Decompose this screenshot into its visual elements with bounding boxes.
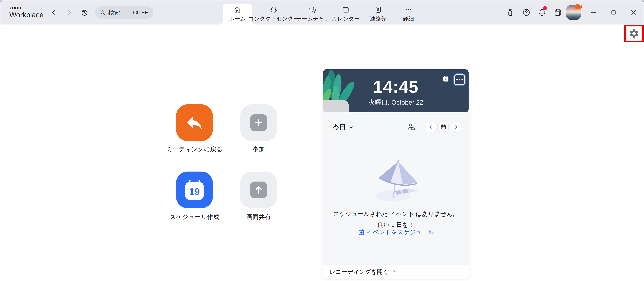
connected-device-button[interactable] (504, 0, 516, 24)
calendar-plus-icon (358, 229, 365, 236)
minimize-icon (591, 10, 596, 15)
schedule-button[interactable]: 19 (176, 172, 213, 208)
close-button[interactable] (625, 0, 642, 24)
events-toolbar: 今日 (323, 122, 468, 132)
settings-button[interactable] (629, 28, 639, 39)
gear-icon (629, 28, 639, 39)
calendar-today-icon (440, 124, 447, 130)
next-day-button[interactable] (451, 122, 461, 132)
tab-calendar-label: カレンダー (332, 15, 360, 22)
titlebar: zoom Workplace 検索 Ctrl+F (0, 0, 644, 24)
tab-team-chat[interactable]: チームチャ... (295, 4, 330, 24)
calendar-19-icon: 19 (184, 180, 204, 200)
search-icon (100, 10, 106, 16)
main-tabs: ホーム コンタクトセンター チームチャ... (223, 4, 422, 24)
search-placeholder: 検索 (108, 8, 120, 16)
empty-events-line1: スケジュールされた イベント はありません。 (323, 210, 468, 218)
events-panel: 14:45 火曜日, October 22 今日 (323, 69, 468, 279)
avatar[interactable] (566, 5, 581, 20)
ellipsis-icon (404, 6, 412, 14)
chevron-left-icon (50, 9, 57, 16)
chevron-right-icon (454, 124, 458, 130)
date-nav-buttons (426, 122, 461, 132)
history-button[interactable] (79, 0, 90, 24)
svg-text:19: 19 (189, 186, 200, 197)
clock-card-more-button[interactable] (454, 74, 465, 85)
schedule-event-link-label: イベントをスケジュール (367, 228, 434, 236)
forward-button[interactable] (64, 0, 75, 24)
tab-contact-center[interactable]: コンタクトセンター (252, 4, 295, 24)
chevron-right-icon (392, 270, 396, 274)
open-recordings-row[interactable]: レコーディングを開く (323, 264, 468, 279)
chevron-down-icon (348, 124, 354, 130)
history-clock-icon (80, 8, 88, 16)
panel-calendar-button[interactable] (552, 0, 564, 24)
dot (459, 79, 460, 80)
dot (456, 79, 458, 80)
back-button[interactable] (48, 0, 59, 24)
clock-card: 14:45 火曜日, October 22 (323, 69, 468, 112)
tab-more[interactable]: 詳細 (395, 4, 422, 24)
calendar-filter-dropdown[interactable] (407, 123, 422, 131)
help-button[interactable] (520, 0, 532, 24)
tab-home[interactable]: ホーム (223, 4, 252, 24)
calendar-icon (342, 6, 350, 14)
date-range-dropdown[interactable]: 今日 (332, 122, 354, 132)
chat-bubbles-icon (308, 6, 316, 14)
help-icon (522, 8, 531, 17)
notifications-button[interactable] (536, 0, 548, 24)
search-input[interactable]: 検索 Ctrl+F (95, 6, 154, 19)
today-calendar-button[interactable] (438, 122, 448, 132)
back-to-meeting-button[interactable] (176, 104, 213, 141)
plus-icon (250, 114, 267, 131)
tab-contact-center-label: コンタクトセンター (248, 15, 299, 22)
share-screen-label: 画面共有 (217, 213, 300, 221)
home-icon (234, 6, 241, 14)
connected-device-icon (506, 8, 515, 17)
tab-more-label: 詳細 (403, 15, 414, 22)
logo-zoom-text: zoom (9, 5, 44, 10)
minimize-button[interactable] (585, 0, 602, 24)
calendar-panel-icon (554, 8, 562, 17)
join-button[interactable] (240, 104, 277, 141)
contact-card-icon (374, 6, 382, 14)
beach-umbrella-illustration (369, 158, 422, 204)
reply-arrow-icon (184, 113, 204, 132)
maximize-icon (610, 9, 616, 16)
up-arrow-icon (250, 182, 267, 198)
tab-home-label: ホーム (229, 15, 246, 22)
date-range-label: 今日 (332, 123, 346, 132)
person-briefcase-icon (407, 123, 415, 131)
notification-badge (543, 6, 547, 10)
chevron-left-icon (428, 124, 433, 130)
schedule-event-link[interactable]: イベントをスケジュール (323, 228, 468, 236)
chevron-right-icon (66, 9, 72, 16)
video-camera-badge-icon (574, 4, 583, 10)
tab-calendar[interactable]: カレンダー (330, 4, 362, 24)
add-meeting-button[interactable] (442, 75, 450, 82)
headset-icon (270, 6, 278, 14)
home-content: ミーティングに戻る 参加 19 スケジュール作成 画面共有 (0, 24, 644, 281)
join-label: 参加 (217, 145, 300, 153)
zoom-workplace-window: zoom Workplace 検索 Ctrl+F (0, 0, 644, 281)
share-screen-button[interactable] (240, 172, 277, 208)
maximize-button[interactable] (605, 0, 622, 24)
chevron-down-icon (417, 124, 422, 129)
close-icon (630, 9, 637, 16)
logo-workplace-text: Workplace (9, 11, 44, 18)
tab-more-label-icon-wrap: 連絡先 (370, 15, 386, 22)
zoom-workplace-logo: zoom Workplace (9, 5, 44, 18)
calendar-plus-icon (442, 75, 450, 82)
dot (462, 79, 463, 80)
settings-highlight-box (624, 25, 644, 42)
previous-day-button[interactable] (426, 122, 436, 132)
open-recordings-label: レコーディングを開く (330, 268, 389, 276)
clock-date: 火曜日, October 22 (323, 98, 468, 107)
empty-events-line2: 良い 1 日を！ (323, 221, 468, 229)
tab-team-chat-label: チームチャ... (296, 15, 329, 22)
search-shortcut: Ctrl+F (133, 9, 148, 16)
tab-contacts[interactable]: 連絡先 (362, 4, 395, 24)
